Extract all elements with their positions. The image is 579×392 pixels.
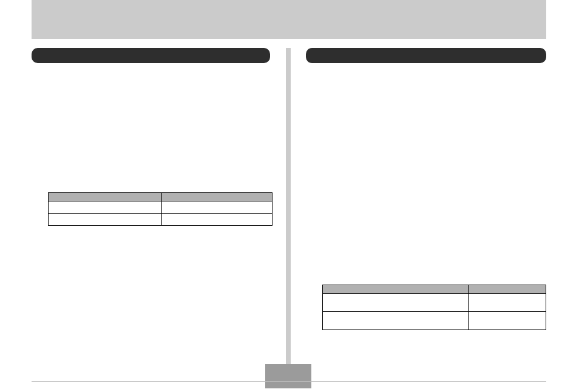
table-header-cell bbox=[323, 285, 469, 294]
table-header-cell bbox=[49, 193, 162, 201]
table-cell bbox=[162, 201, 273, 214]
document-page bbox=[32, 0, 546, 392]
table-header-cell bbox=[162, 193, 273, 201]
right-table bbox=[322, 285, 546, 330]
table-cell bbox=[469, 294, 546, 312]
table-cell bbox=[323, 312, 469, 330]
footer-page-tab-lower bbox=[265, 382, 311, 388]
footer-page-tab bbox=[265, 364, 311, 381]
table-row bbox=[323, 294, 546, 312]
table-cell bbox=[469, 312, 546, 330]
table-header-cell bbox=[469, 285, 546, 294]
table-cell bbox=[49, 201, 162, 214]
table-cell bbox=[323, 294, 469, 312]
left-table bbox=[48, 192, 273, 226]
table-row bbox=[49, 201, 273, 214]
section-heading-left bbox=[32, 48, 270, 63]
table-row bbox=[49, 214, 273, 226]
table-row bbox=[323, 285, 546, 294]
header-band bbox=[32, 0, 546, 39]
table-cell bbox=[49, 214, 162, 226]
column-divider bbox=[286, 48, 291, 364]
section-heading-right bbox=[306, 48, 546, 63]
table-cell bbox=[162, 214, 273, 226]
table-row bbox=[49, 193, 273, 201]
table-row bbox=[323, 312, 546, 330]
